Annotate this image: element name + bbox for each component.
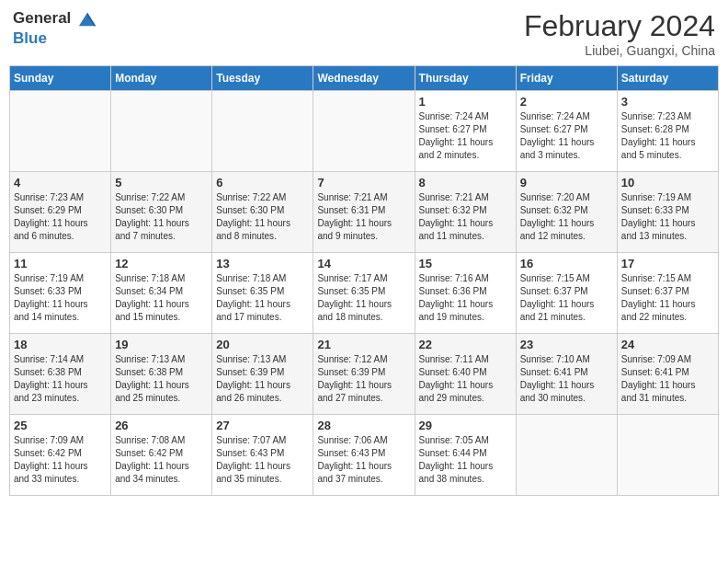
day-info: Sunrise: 7:13 AM Sunset: 6:38 PM Dayligh… [115, 353, 208, 405]
day-info: Sunrise: 7:19 AM Sunset: 6:33 PM Dayligh… [14, 272, 107, 324]
day-number: 3 [621, 95, 714, 109]
calendar-cell [313, 91, 415, 172]
calendar-cell: 4Sunrise: 7:23 AM Sunset: 6:29 PM Daylig… [10, 172, 111, 253]
day-number: 20 [216, 338, 309, 351]
logo: General Blue [13, 9, 97, 48]
calendar-cell: 17Sunrise: 7:15 AM Sunset: 6:37 PM Dayli… [617, 253, 718, 334]
location: Liubei, Guangxi, China [524, 43, 715, 58]
calendar-cell: 8Sunrise: 7:21 AM Sunset: 6:32 PM Daylig… [415, 172, 516, 253]
calendar-cell: 27Sunrise: 7:07 AM Sunset: 6:43 PM Dayli… [212, 415, 313, 496]
day-info: Sunrise: 7:10 AM Sunset: 6:41 PM Dayligh… [520, 353, 613, 405]
day-number: 25 [14, 419, 107, 432]
month-year: February 2024 [524, 9, 715, 43]
calendar-cell: 5Sunrise: 7:22 AM Sunset: 6:30 PM Daylig… [111, 172, 212, 253]
day-number: 15 [419, 257, 512, 270]
calendar-cell [10, 91, 111, 172]
day-number: 5 [115, 176, 208, 190]
calendar-header-monday: Monday [111, 66, 212, 91]
day-number: 17 [621, 257, 714, 270]
day-number: 21 [317, 338, 410, 351]
day-number: 24 [621, 338, 714, 351]
day-info: Sunrise: 7:11 AM Sunset: 6:40 PM Dayligh… [419, 353, 512, 405]
calendar-week-row: 4Sunrise: 7:23 AM Sunset: 6:29 PM Daylig… [10, 172, 719, 253]
calendar-cell: 26Sunrise: 7:08 AM Sunset: 6:42 PM Dayli… [111, 415, 212, 496]
calendar-cell: 21Sunrise: 7:12 AM Sunset: 6:39 PM Dayli… [313, 334, 415, 415]
calendar-header-friday: Friday [516, 66, 617, 91]
day-info: Sunrise: 7:09 AM Sunset: 6:42 PM Dayligh… [14, 434, 107, 486]
day-number: 23 [520, 338, 613, 351]
calendar-cell: 10Sunrise: 7:19 AM Sunset: 6:33 PM Dayli… [617, 172, 718, 253]
calendar-header-thursday: Thursday [415, 66, 516, 91]
calendar-cell [516, 415, 617, 496]
day-info: Sunrise: 7:09 AM Sunset: 6:41 PM Dayligh… [621, 353, 714, 405]
day-number: 13 [216, 257, 309, 270]
calendar-header-row: SundayMondayTuesdayWednesdayThursdayFrid… [10, 66, 719, 91]
day-info: Sunrise: 7:21 AM Sunset: 6:32 PM Dayligh… [419, 191, 512, 243]
calendar-cell: 18Sunrise: 7:14 AM Sunset: 6:38 PM Dayli… [10, 334, 111, 415]
day-info: Sunrise: 7:08 AM Sunset: 6:42 PM Dayligh… [115, 434, 208, 486]
day-number: 8 [419, 176, 512, 190]
calendar-cell: 2Sunrise: 7:24 AM Sunset: 6:27 PM Daylig… [516, 91, 617, 172]
day-info: Sunrise: 7:07 AM Sunset: 6:43 PM Dayligh… [216, 434, 309, 486]
day-number: 6 [216, 176, 309, 190]
day-info: Sunrise: 7:24 AM Sunset: 6:27 PM Dayligh… [419, 110, 512, 162]
day-number: 7 [317, 176, 410, 190]
logo-icon [77, 9, 97, 29]
day-number: 29 [419, 419, 512, 432]
calendar-cell: 3Sunrise: 7:23 AM Sunset: 6:28 PM Daylig… [617, 91, 718, 172]
day-number: 19 [115, 338, 208, 351]
calendar-week-row: 18Sunrise: 7:14 AM Sunset: 6:38 PM Dayli… [10, 334, 719, 415]
day-number: 4 [14, 176, 107, 190]
day-number: 18 [14, 338, 107, 351]
day-number: 1 [419, 95, 512, 109]
calendar-cell: 19Sunrise: 7:13 AM Sunset: 6:38 PM Dayli… [111, 334, 212, 415]
day-number: 16 [520, 257, 613, 270]
calendar-cell: 6Sunrise: 7:22 AM Sunset: 6:30 PM Daylig… [212, 172, 313, 253]
day-number: 14 [317, 257, 410, 270]
day-number: 27 [216, 419, 309, 432]
day-info: Sunrise: 7:24 AM Sunset: 6:27 PM Dayligh… [520, 110, 613, 162]
calendar-cell [212, 91, 313, 172]
day-info: Sunrise: 7:18 AM Sunset: 6:35 PM Dayligh… [216, 272, 309, 324]
calendar-cell: 15Sunrise: 7:16 AM Sunset: 6:36 PM Dayli… [415, 253, 516, 334]
day-info: Sunrise: 7:14 AM Sunset: 6:38 PM Dayligh… [14, 353, 107, 405]
calendar-cell: 9Sunrise: 7:20 AM Sunset: 6:32 PM Daylig… [516, 172, 617, 253]
calendar-cell: 28Sunrise: 7:06 AM Sunset: 6:43 PM Dayli… [313, 415, 415, 496]
page-header: General Blue February 2024 Liubei, Guang… [9, 9, 719, 58]
calendar-cell [617, 415, 718, 496]
day-number: 26 [115, 419, 208, 432]
day-info: Sunrise: 7:23 AM Sunset: 6:29 PM Dayligh… [14, 191, 107, 243]
title-block: February 2024 Liubei, Guangxi, China [524, 9, 715, 58]
calendar-header-wednesday: Wednesday [313, 66, 415, 91]
calendar-header-tuesday: Tuesday [212, 66, 313, 91]
day-info: Sunrise: 7:19 AM Sunset: 6:33 PM Dayligh… [621, 191, 714, 243]
day-info: Sunrise: 7:23 AM Sunset: 6:28 PM Dayligh… [621, 110, 714, 162]
calendar-cell: 7Sunrise: 7:21 AM Sunset: 6:31 PM Daylig… [313, 172, 415, 253]
day-number: 2 [520, 95, 613, 109]
calendar-cell: 22Sunrise: 7:11 AM Sunset: 6:40 PM Dayli… [415, 334, 516, 415]
calendar-cell: 11Sunrise: 7:19 AM Sunset: 6:33 PM Dayli… [10, 253, 111, 334]
day-info: Sunrise: 7:20 AM Sunset: 6:32 PM Dayligh… [520, 191, 613, 243]
day-info: Sunrise: 7:15 AM Sunset: 6:37 PM Dayligh… [520, 272, 613, 324]
day-number: 28 [317, 419, 410, 432]
day-info: Sunrise: 7:18 AM Sunset: 6:34 PM Dayligh… [115, 272, 208, 324]
calendar-cell: 20Sunrise: 7:13 AM Sunset: 6:39 PM Dayli… [212, 334, 313, 415]
calendar-cell [111, 91, 212, 172]
calendar-cell: 14Sunrise: 7:17 AM Sunset: 6:35 PM Dayli… [313, 253, 415, 334]
calendar-header-sunday: Sunday [10, 66, 111, 91]
calendar-cell: 12Sunrise: 7:18 AM Sunset: 6:34 PM Dayli… [111, 253, 212, 334]
calendar-cell: 1Sunrise: 7:24 AM Sunset: 6:27 PM Daylig… [415, 91, 516, 172]
calendar-cell: 16Sunrise: 7:15 AM Sunset: 6:37 PM Dayli… [516, 253, 617, 334]
calendar-week-row: 11Sunrise: 7:19 AM Sunset: 6:33 PM Dayli… [10, 253, 719, 334]
calendar-cell: 23Sunrise: 7:10 AM Sunset: 6:41 PM Dayli… [516, 334, 617, 415]
calendar: SundayMondayTuesdayWednesdayThursdayFrid… [9, 65, 719, 496]
day-info: Sunrise: 7:22 AM Sunset: 6:30 PM Dayligh… [115, 191, 208, 243]
calendar-week-row: 25Sunrise: 7:09 AM Sunset: 6:42 PM Dayli… [10, 415, 719, 496]
day-info: Sunrise: 7:05 AM Sunset: 6:44 PM Dayligh… [419, 434, 512, 486]
day-info: Sunrise: 7:22 AM Sunset: 6:30 PM Dayligh… [216, 191, 309, 243]
day-number: 9 [520, 176, 613, 190]
day-info: Sunrise: 7:15 AM Sunset: 6:37 PM Dayligh… [621, 272, 714, 324]
logo-text: General Blue [13, 9, 97, 48]
day-number: 11 [14, 257, 107, 270]
day-info: Sunrise: 7:12 AM Sunset: 6:39 PM Dayligh… [317, 353, 410, 405]
